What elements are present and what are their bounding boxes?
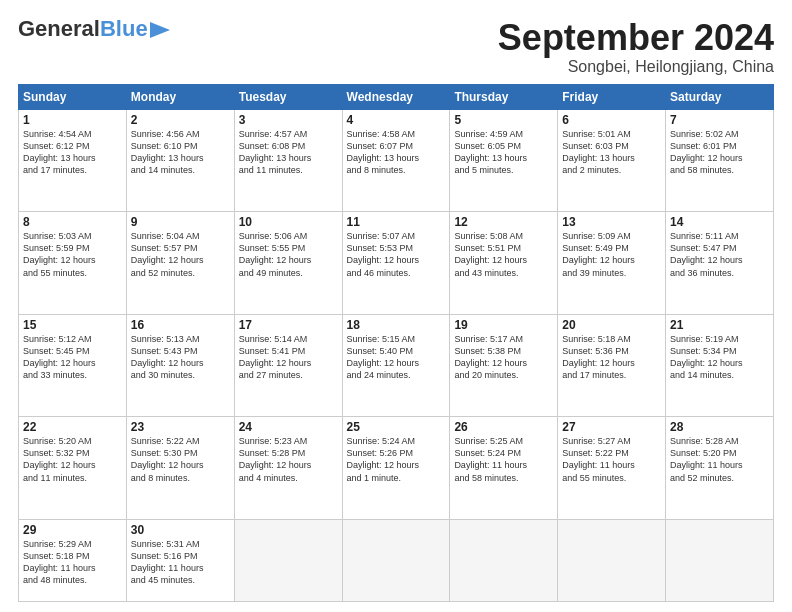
- day-cell: 23Sunrise: 5:22 AM Sunset: 5:30 PM Dayli…: [126, 417, 234, 520]
- week-row-2: 8Sunrise: 5:03 AM Sunset: 5:59 PM Daylig…: [19, 212, 774, 315]
- day-number: 24: [239, 420, 338, 434]
- day-number: 23: [131, 420, 230, 434]
- day-number: 2: [131, 113, 230, 127]
- day-cell: 13Sunrise: 5:09 AM Sunset: 5:49 PM Dayli…: [558, 212, 666, 315]
- day-cell: [558, 519, 666, 601]
- day-cell: 1Sunrise: 4:54 AM Sunset: 6:12 PM Daylig…: [19, 109, 127, 212]
- day-number: 6: [562, 113, 661, 127]
- day-number: 12: [454, 215, 553, 229]
- weekday-header-sunday: Sunday: [19, 84, 127, 109]
- day-cell: 28Sunrise: 5:28 AM Sunset: 5:20 PM Dayli…: [666, 417, 774, 520]
- day-number: 20: [562, 318, 661, 332]
- calendar: SundayMondayTuesdayWednesdayThursdayFrid…: [18, 84, 774, 602]
- logo: GeneralBlue: [18, 18, 170, 40]
- day-cell: 26Sunrise: 5:25 AM Sunset: 5:24 PM Dayli…: [450, 417, 558, 520]
- day-info: Sunrise: 5:06 AM Sunset: 5:55 PM Dayligh…: [239, 230, 338, 279]
- day-cell: 4Sunrise: 4:58 AM Sunset: 6:07 PM Daylig…: [342, 109, 450, 212]
- page: GeneralBlue September 2024 Songbei, Heil…: [0, 0, 792, 612]
- day-info: Sunrise: 5:15 AM Sunset: 5:40 PM Dayligh…: [347, 333, 446, 382]
- day-info: Sunrise: 4:54 AM Sunset: 6:12 PM Dayligh…: [23, 128, 122, 177]
- day-info: Sunrise: 5:01 AM Sunset: 6:03 PM Dayligh…: [562, 128, 661, 177]
- day-cell: 6Sunrise: 5:01 AM Sunset: 6:03 PM Daylig…: [558, 109, 666, 212]
- day-cell: 9Sunrise: 5:04 AM Sunset: 5:57 PM Daylig…: [126, 212, 234, 315]
- day-number: 30: [131, 523, 230, 537]
- day-info: Sunrise: 5:31 AM Sunset: 5:16 PM Dayligh…: [131, 538, 230, 587]
- day-number: 18: [347, 318, 446, 332]
- weekday-header-wednesday: Wednesday: [342, 84, 450, 109]
- day-cell: 10Sunrise: 5:06 AM Sunset: 5:55 PM Dayli…: [234, 212, 342, 315]
- location: Songbei, Heilongjiang, China: [498, 58, 774, 76]
- day-number: 10: [239, 215, 338, 229]
- day-cell: 24Sunrise: 5:23 AM Sunset: 5:28 PM Dayli…: [234, 417, 342, 520]
- header: GeneralBlue September 2024 Songbei, Heil…: [18, 18, 774, 76]
- week-row-3: 15Sunrise: 5:12 AM Sunset: 5:45 PM Dayli…: [19, 314, 774, 417]
- day-info: Sunrise: 5:19 AM Sunset: 5:34 PM Dayligh…: [670, 333, 769, 382]
- day-number: 7: [670, 113, 769, 127]
- weekday-header-friday: Friday: [558, 84, 666, 109]
- day-cell: 14Sunrise: 5:11 AM Sunset: 5:47 PM Dayli…: [666, 212, 774, 315]
- day-info: Sunrise: 4:59 AM Sunset: 6:05 PM Dayligh…: [454, 128, 553, 177]
- day-cell: 15Sunrise: 5:12 AM Sunset: 5:45 PM Dayli…: [19, 314, 127, 417]
- day-number: 3: [239, 113, 338, 127]
- week-row-4: 22Sunrise: 5:20 AM Sunset: 5:32 PM Dayli…: [19, 417, 774, 520]
- day-info: Sunrise: 5:04 AM Sunset: 5:57 PM Dayligh…: [131, 230, 230, 279]
- day-cell: 5Sunrise: 4:59 AM Sunset: 6:05 PM Daylig…: [450, 109, 558, 212]
- day-number: 22: [23, 420, 122, 434]
- day-number: 25: [347, 420, 446, 434]
- weekday-header-row: SundayMondayTuesdayWednesdayThursdayFrid…: [19, 84, 774, 109]
- title-block: September 2024 Songbei, Heilongjiang, Ch…: [498, 18, 774, 76]
- day-number: 27: [562, 420, 661, 434]
- day-cell: 11Sunrise: 5:07 AM Sunset: 5:53 PM Dayli…: [342, 212, 450, 315]
- day-cell: [234, 519, 342, 601]
- day-info: Sunrise: 5:18 AM Sunset: 5:36 PM Dayligh…: [562, 333, 661, 382]
- weekday-header-tuesday: Tuesday: [234, 84, 342, 109]
- month-title: September 2024: [498, 18, 774, 58]
- weekday-header-monday: Monday: [126, 84, 234, 109]
- day-cell: 7Sunrise: 5:02 AM Sunset: 6:01 PM Daylig…: [666, 109, 774, 212]
- day-cell: 20Sunrise: 5:18 AM Sunset: 5:36 PM Dayli…: [558, 314, 666, 417]
- day-info: Sunrise: 5:13 AM Sunset: 5:43 PM Dayligh…: [131, 333, 230, 382]
- day-info: Sunrise: 5:14 AM Sunset: 5:41 PM Dayligh…: [239, 333, 338, 382]
- day-info: Sunrise: 5:17 AM Sunset: 5:38 PM Dayligh…: [454, 333, 553, 382]
- day-cell: 30Sunrise: 5:31 AM Sunset: 5:16 PM Dayli…: [126, 519, 234, 601]
- day-number: 13: [562, 215, 661, 229]
- day-info: Sunrise: 5:23 AM Sunset: 5:28 PM Dayligh…: [239, 435, 338, 484]
- day-number: 8: [23, 215, 122, 229]
- week-row-1: 1Sunrise: 4:54 AM Sunset: 6:12 PM Daylig…: [19, 109, 774, 212]
- day-cell: 27Sunrise: 5:27 AM Sunset: 5:22 PM Dayli…: [558, 417, 666, 520]
- day-cell: [666, 519, 774, 601]
- week-row-5: 29Sunrise: 5:29 AM Sunset: 5:18 PM Dayli…: [19, 519, 774, 601]
- day-number: 4: [347, 113, 446, 127]
- day-cell: 16Sunrise: 5:13 AM Sunset: 5:43 PM Dayli…: [126, 314, 234, 417]
- day-info: Sunrise: 5:08 AM Sunset: 5:51 PM Dayligh…: [454, 230, 553, 279]
- day-info: Sunrise: 5:20 AM Sunset: 5:32 PM Dayligh…: [23, 435, 122, 484]
- logo-arrow-icon: [150, 22, 170, 38]
- day-number: 19: [454, 318, 553, 332]
- day-info: Sunrise: 5:25 AM Sunset: 5:24 PM Dayligh…: [454, 435, 553, 484]
- day-number: 14: [670, 215, 769, 229]
- day-info: Sunrise: 5:09 AM Sunset: 5:49 PM Dayligh…: [562, 230, 661, 279]
- day-cell: [342, 519, 450, 601]
- day-cell: 3Sunrise: 4:57 AM Sunset: 6:08 PM Daylig…: [234, 109, 342, 212]
- weekday-header-saturday: Saturday: [666, 84, 774, 109]
- svg-marker-0: [150, 22, 170, 38]
- day-info: Sunrise: 5:22 AM Sunset: 5:30 PM Dayligh…: [131, 435, 230, 484]
- day-number: 17: [239, 318, 338, 332]
- day-cell: 8Sunrise: 5:03 AM Sunset: 5:59 PM Daylig…: [19, 212, 127, 315]
- day-cell: [450, 519, 558, 601]
- day-cell: 22Sunrise: 5:20 AM Sunset: 5:32 PM Dayli…: [19, 417, 127, 520]
- day-info: Sunrise: 5:07 AM Sunset: 5:53 PM Dayligh…: [347, 230, 446, 279]
- day-number: 15: [23, 318, 122, 332]
- day-cell: 25Sunrise: 5:24 AM Sunset: 5:26 PM Dayli…: [342, 417, 450, 520]
- day-number: 16: [131, 318, 230, 332]
- day-info: Sunrise: 5:29 AM Sunset: 5:18 PM Dayligh…: [23, 538, 122, 587]
- day-number: 11: [347, 215, 446, 229]
- day-cell: 2Sunrise: 4:56 AM Sunset: 6:10 PM Daylig…: [126, 109, 234, 212]
- day-info: Sunrise: 5:11 AM Sunset: 5:47 PM Dayligh…: [670, 230, 769, 279]
- day-number: 5: [454, 113, 553, 127]
- day-info: Sunrise: 4:57 AM Sunset: 6:08 PM Dayligh…: [239, 128, 338, 177]
- day-info: Sunrise: 5:02 AM Sunset: 6:01 PM Dayligh…: [670, 128, 769, 177]
- day-info: Sunrise: 5:12 AM Sunset: 5:45 PM Dayligh…: [23, 333, 122, 382]
- day-number: 9: [131, 215, 230, 229]
- day-info: Sunrise: 5:03 AM Sunset: 5:59 PM Dayligh…: [23, 230, 122, 279]
